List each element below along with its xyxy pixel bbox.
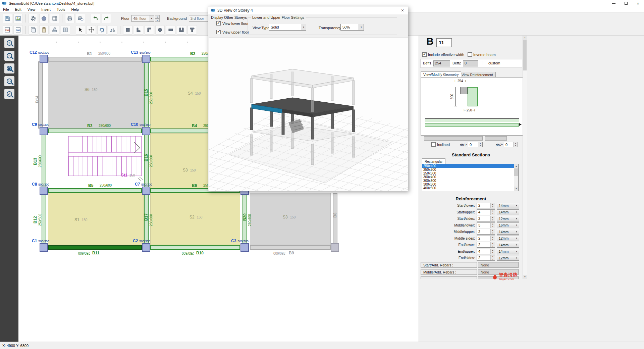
rebar-size-dropdown[interactable]: 12mm▼: [497, 255, 519, 261]
spinner-arrows-icon[interactable]: ▲▼: [490, 223, 495, 228]
listbox-scrollbar[interactable]: ▲ ▼: [514, 164, 518, 191]
zoom-extents-tool[interactable]: ▦: [4, 63, 14, 73]
rebar-count-spinner[interactable]: 4▲▼: [477, 209, 495, 215]
start-add-rebars-button[interactable]: Start/Add. Rebars :: [421, 262, 477, 268]
import-dwg-button[interactable]: [3, 25, 12, 35]
zoom-window-tool[interactable]: ▭: [4, 76, 14, 86]
dh1-spinner[interactable]: 0 ▲▼: [468, 142, 483, 147]
draw-polygon-button[interactable]: [39, 14, 49, 23]
minimize-button[interactable]: [608, 0, 620, 7]
floor-stepper[interactable]: ▲▼: [155, 15, 160, 22]
storey-manager-button[interactable]: [50, 25, 59, 35]
zoom-pan-tool[interactable]: ↙: [4, 89, 14, 99]
view-lower-floor-checkbox[interactable]: View lower floor: [216, 21, 248, 26]
floor-dropdown[interactable]: 4th floor ▼: [131, 15, 154, 22]
rebar-size-dropdown[interactable]: 14mm▼: [497, 203, 519, 208]
dh2-spinner[interactable]: 0 ▲▼: [504, 142, 518, 147]
rebar-size-dropdown[interactable]: 16mm▼: [497, 222, 519, 228]
copy-floor-button[interactable]: [29, 25, 38, 35]
column-C2[interactable]: [142, 243, 150, 252]
column-C10[interactable]: [142, 127, 150, 135]
scroll-up-icon[interactable]: ▲: [523, 36, 527, 40]
rebar-count-spinner[interactable]: 2▲▼: [477, 229, 495, 235]
draw-t-section-tool[interactable]: [187, 25, 197, 35]
rebar-count-spinner[interactable]: 4▲▼: [477, 249, 495, 254]
menu-file[interactable]: File: [0, 7, 12, 12]
rebar-size-dropdown[interactable]: 12mm▼: [497, 216, 519, 221]
rebar-count-spinner[interactable]: 3▲▼: [477, 222, 495, 228]
section-option[interactable]: 250x600: [422, 171, 514, 175]
rebar-count-spinner[interactable]: 2▲▼: [477, 242, 495, 248]
spinner-arrows-icon[interactable]: ▲▼: [490, 242, 495, 247]
beam-B11[interactable]: [48, 245, 142, 250]
rebar-count-spinner[interactable]: 2▲▼: [477, 203, 495, 208]
middle-add-rebars-button[interactable]: Middle/Add. Rebars :: [421, 269, 477, 275]
transparency-dropdown[interactable]: 50% ▼: [340, 24, 364, 31]
slab-S6[interactable]: [48, 61, 144, 129]
draw-circular-column-tool[interactable]: [155, 25, 165, 35]
menu-tools[interactable]: Tools: [54, 7, 68, 12]
scrollbar-thumb[interactable]: [523, 40, 527, 70]
beff2-field[interactable]: 0: [463, 60, 478, 66]
beam-B13[interactable]: [42, 133, 46, 188]
beam-B1[interactable]: [48, 57, 142, 61]
inclined-checkbox[interactable]: Inclined: [431, 142, 450, 147]
section-option[interactable]: 250x400: [422, 164, 514, 168]
3d-viewport[interactable]: [209, 38, 408, 191]
maximize-button[interactable]: [620, 0, 632, 7]
section-option[interactable]: 300x600: [422, 183, 514, 186]
menu-edit[interactable]: Edit: [12, 7, 24, 12]
section-option[interactable]: 300x400: [422, 175, 514, 179]
grid-snap-button[interactable]: [50, 14, 59, 23]
mirror-tool[interactable]: [108, 25, 117, 35]
redo-button[interactable]: [102, 14, 111, 23]
menu-insert[interactable]: Insert: [38, 7, 54, 12]
scroll-down-icon[interactable]: ▼: [523, 275, 527, 279]
spinner-arrows-icon[interactable]: ▲▼: [513, 142, 518, 147]
beam-B12[interactable]: [42, 193, 46, 245]
menu-view[interactable]: View: [24, 7, 39, 12]
tab-view-modify-geometry[interactable]: View/Modify Geometry: [421, 71, 461, 77]
spinner-arrows-icon[interactable]: ▲▼: [490, 249, 495, 254]
draw-column-tool[interactable]: [123, 25, 132, 35]
column-C8[interactable]: [40, 187, 48, 195]
spinner-arrows-icon[interactable]: ▲▼: [478, 142, 482, 147]
export-dwg-button[interactable]: [13, 25, 23, 35]
tab-view-reinforcement[interactable]: View Reinforcement: [459, 72, 496, 77]
spinner-arrows-icon[interactable]: ▲▼: [490, 203, 495, 208]
draw-u-section-tool[interactable]: [177, 25, 186, 35]
close-button[interactable]: ×: [632, 0, 644, 7]
save-button[interactable]: [3, 14, 12, 23]
column-grid-button[interactable]: [61, 25, 70, 35]
rebar-size-dropdown[interactable]: 12mm▼: [497, 236, 519, 241]
column-C9[interactable]: [40, 127, 48, 135]
section-option[interactable]: 300x500: [422, 179, 514, 183]
dialog-title-bar[interactable]: 3D View of Storey 4 ×: [208, 6, 408, 14]
section-option[interactable]: 400x500: [422, 186, 514, 190]
select-tool[interactable]: [76, 25, 85, 35]
settings-button[interactable]: [29, 14, 38, 23]
export-image-button[interactable]: [13, 14, 23, 23]
column-C13[interactable]: [142, 55, 150, 63]
move-tool[interactable]: [87, 25, 96, 35]
paste-floor-button[interactable]: [39, 25, 49, 35]
beff1-field[interactable]: 254: [433, 60, 450, 66]
draw-l2-section-tool[interactable]: [145, 25, 154, 35]
inverse-beam-checkbox[interactable]: Inverse beam: [468, 52, 496, 57]
rebar-count-spinner[interactable]: 2▲▼: [477, 216, 495, 221]
spinner-arrows-icon[interactable]: ▲▼: [490, 210, 495, 215]
beam-B8[interactable]: [333, 193, 337, 245]
section-option[interactable]: 250x500: [422, 168, 514, 171]
column-C7[interactable]: [142, 187, 150, 195]
beam-B10[interactable]: [150, 245, 240, 250]
column-C1[interactable]: [40, 243, 48, 252]
column-C12[interactable]: [40, 55, 48, 63]
rebar-size-dropdown[interactable]: 14mm▼: [497, 229, 519, 235]
view-type-dropdown[interactable]: Solid ▼: [269, 24, 306, 31]
beam-number-field[interactable]: 11: [436, 38, 452, 47]
scrollbar-thumb[interactable]: [514, 168, 518, 176]
draw-l-section-tool[interactable]: [134, 25, 143, 35]
column-unnamed[interactable]: [331, 243, 339, 252]
clipped-rebars-button[interactable]: [421, 276, 477, 279]
rotate-tool[interactable]: [97, 25, 107, 35]
